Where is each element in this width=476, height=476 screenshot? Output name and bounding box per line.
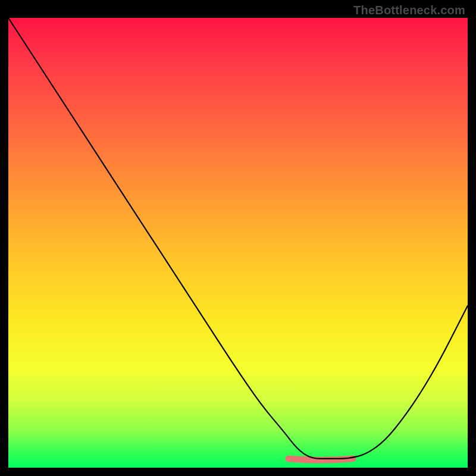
bottleneck-curve (8, 18, 468, 459)
curve-layer (8, 18, 468, 468)
chart-container: TheBottleneck.com (0, 0, 476, 476)
plot-frame (8, 18, 468, 468)
brand-watermark: TheBottleneck.com (353, 4, 465, 17)
